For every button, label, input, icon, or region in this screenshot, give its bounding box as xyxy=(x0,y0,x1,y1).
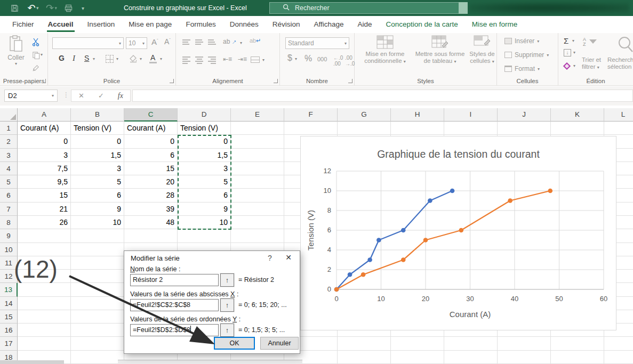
series-name-range-picker[interactable]: ↑ xyxy=(220,273,234,287)
y-values-range-picker[interactable]: ↑ xyxy=(220,323,234,337)
fill-color-caret-icon[interactable]: ▾ xyxy=(140,56,142,61)
cell-E8[interactable] xyxy=(231,216,284,229)
column-header-B[interactable]: B xyxy=(71,108,124,122)
sort-filter-icon[interactable]: AZ xyxy=(583,37,586,47)
cell-B2[interactable]: 0 xyxy=(71,135,124,148)
row-header-6[interactable]: 6 xyxy=(0,189,18,202)
cell-E4[interactable] xyxy=(231,162,284,175)
cell-L1[interactable] xyxy=(604,122,633,135)
series-name-input[interactable]: Résistor 2 xyxy=(130,274,219,286)
increase-indent-icon[interactable]: ⇥≡ xyxy=(238,55,247,63)
font-dialog-launcher[interactable] xyxy=(170,79,174,83)
fill-caret-icon[interactable]: ▾ xyxy=(573,50,575,55)
column-header-K[interactable]: K xyxy=(551,108,604,122)
row-header-9[interactable]: 9 xyxy=(0,229,18,242)
search-box[interactable]: Rechercher xyxy=(269,2,468,14)
column-header-I[interactable]: I xyxy=(444,108,498,122)
cell-B15[interactable] xyxy=(71,310,124,323)
cell-I17[interactable] xyxy=(444,337,498,350)
number-dialog-launcher[interactable] xyxy=(348,79,352,83)
delete-cells-button[interactable]: Supprimer▾ xyxy=(504,51,549,59)
paste-button[interactable]: Coller ▾ xyxy=(3,35,29,66)
cell-A15[interactable] xyxy=(18,310,71,323)
insert-function-icon[interactable]: fx xyxy=(118,92,123,100)
tab-mise-en-page[interactable]: Mise en page xyxy=(122,17,179,33)
cell-B1[interactable]: Tension (V) xyxy=(71,122,124,135)
undo-caret-icon[interactable]: ▾ xyxy=(36,5,39,11)
print-icon[interactable] xyxy=(61,1,75,15)
cell-D6[interactable]: 6 xyxy=(178,189,231,202)
cell-E5[interactable] xyxy=(231,175,284,189)
cell-H1[interactable] xyxy=(391,122,444,135)
font-name-combo[interactable]: ▾ xyxy=(52,37,124,49)
column-header-F[interactable]: F xyxy=(284,108,338,122)
cell-C7[interactable]: 39 xyxy=(124,203,178,216)
cell-B13[interactable] xyxy=(71,283,124,296)
cell-C5[interactable]: 20 xyxy=(124,175,178,189)
merge-caret-icon[interactable]: ▾ xyxy=(262,58,265,62)
row-header-10[interactable]: 10 xyxy=(0,243,18,256)
column-header-G[interactable]: G xyxy=(338,108,391,122)
currency-button[interactable]: $ xyxy=(287,53,292,63)
grow-font-button[interactable]: Aˆ xyxy=(151,37,158,46)
wrap-text-icon[interactable]: ab↵ xyxy=(250,37,261,44)
underline-button[interactable]: S xyxy=(84,54,89,62)
cell-H17[interactable] xyxy=(391,337,444,350)
redo-caret-icon[interactable]: ▾ xyxy=(55,5,58,11)
cell-C8[interactable]: 48 xyxy=(124,216,178,229)
cell-E7[interactable] xyxy=(231,203,284,216)
chart-object[interactable]: 0246810120102030405060Graphique de la te… xyxy=(300,136,616,330)
cell-A8[interactable]: 26 xyxy=(18,216,71,229)
name-box-caret-icon[interactable]: ▾ xyxy=(52,93,54,98)
save-icon[interactable] xyxy=(7,1,21,15)
cell-D7[interactable]: 9 xyxy=(178,203,231,216)
cell-D5[interactable]: 5 xyxy=(178,175,231,189)
cell-G17[interactable] xyxy=(338,337,391,350)
format-cells-button[interactable]: Format▾ xyxy=(504,65,540,72)
cancel-button[interactable]: Annuler xyxy=(260,337,299,350)
cell-D2[interactable]: 0 xyxy=(178,135,231,148)
copy-button[interactable] xyxy=(31,50,41,60)
row-header-17[interactable]: 17 xyxy=(0,337,18,350)
row-header-2[interactable]: 2 xyxy=(0,135,18,148)
cell-J17[interactable] xyxy=(498,337,551,350)
font-size-combo[interactable]: 10▾ xyxy=(126,37,147,49)
tab-insertion[interactable]: Insertion xyxy=(81,17,122,33)
cell-B9[interactable] xyxy=(71,229,124,242)
tab-formules[interactable]: Formules xyxy=(179,17,222,33)
align-right-icon[interactable] xyxy=(208,55,216,65)
cell-K17[interactable] xyxy=(551,337,604,350)
copy-caret-icon[interactable]: ▾ xyxy=(41,52,43,57)
x-values-input[interactable]: =Feuil2!$C$2:$C$8 xyxy=(130,299,219,311)
customize-toolbar-icon[interactable]: ▾ xyxy=(82,5,84,11)
clear-icon[interactable] xyxy=(563,62,571,70)
cell-L17[interactable] xyxy=(604,337,633,350)
bold-button[interactable]: G xyxy=(59,54,65,62)
underline-caret-icon[interactable]: ▾ xyxy=(93,56,95,61)
row-header-16[interactable]: 16 xyxy=(0,323,18,337)
increase-decimal-icon[interactable]: ←.0.00 xyxy=(333,55,343,67)
cell-B3[interactable]: 1,5 xyxy=(71,149,124,162)
column-header-L[interactable]: L xyxy=(604,108,633,122)
cell-A10[interactable] xyxy=(18,243,71,256)
cell-B6[interactable]: 6 xyxy=(71,189,124,202)
row-header-3[interactable]: 3 xyxy=(0,149,18,162)
borders-button[interactable] xyxy=(106,55,114,63)
cell-A2[interactable]: 0 xyxy=(18,135,71,148)
cell-A14[interactable] xyxy=(18,297,71,310)
column-header-A[interactable]: A xyxy=(18,108,71,122)
autosum-button[interactable]: Σ xyxy=(564,36,568,45)
cell-A4[interactable]: 7,5 xyxy=(18,162,71,175)
cell-L18[interactable] xyxy=(604,351,633,364)
cell-A6[interactable]: 15 xyxy=(18,189,71,202)
shrink-font-button[interactable]: Aˇ xyxy=(164,37,171,46)
ok-button[interactable]: OK xyxy=(214,337,255,350)
column-header-J[interactable]: J xyxy=(498,108,551,122)
row-header-13[interactable]: 13 xyxy=(0,283,18,296)
decrease-decimal-icon[interactable]: .00→.0 xyxy=(345,55,355,67)
cell-styles-button[interactable]: Styles decellules ▾ xyxy=(469,35,495,65)
formula-bar-grip[interactable]: ⋮ xyxy=(63,91,70,99)
cell-G18[interactable] xyxy=(338,351,391,364)
dialog-close-icon[interactable]: ✕ xyxy=(283,253,294,262)
cut-button[interactable] xyxy=(31,37,41,47)
